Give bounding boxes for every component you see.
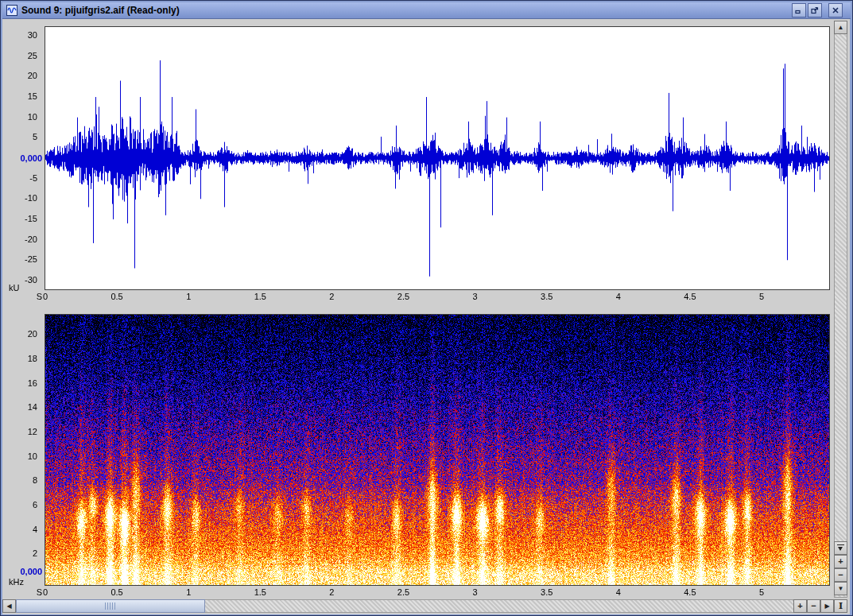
- scroll-left-button[interactable]: ◀: [2, 599, 16, 613]
- sound-window-icon: [6, 5, 17, 16]
- horizontal-scrollbar[interactable]: ◀ + − ▶: [2, 599, 834, 613]
- y-tick-label: 30: [2, 30, 37, 41]
- spectrogram-canvas[interactable]: [45, 314, 830, 586]
- x-tick-label: 0: [43, 587, 48, 598]
- v-zoom-out-button[interactable]: −: [834, 568, 847, 582]
- x-tick-label: 0: [43, 292, 48, 302]
- document-area: 0,000 kU S 0,000 kHz S 00.511.522.533.54…: [2, 19, 850, 614]
- v-zoom-in-button[interactable]: +: [834, 555, 847, 568]
- y-tick-label: 6: [2, 500, 37, 510]
- y-tick-label: 2: [2, 548, 37, 559]
- close-icon: [832, 6, 839, 14]
- waveform-canvas[interactable]: [45, 26, 830, 290]
- up-arrow-icon: ▲: [838, 25, 844, 31]
- y-tick-label: -30: [2, 275, 37, 285]
- h-zoom-out-button[interactable]: −: [807, 599, 820, 613]
- vertical-scrollbar[interactable]: ▲ + − ▼: [834, 21, 847, 598]
- waveform-x-unit-label: S: [2, 292, 42, 302]
- y-tick-label: -15: [2, 214, 37, 224]
- spectrogram-zero-label: 0,000: [2, 567, 42, 577]
- y-tick-label: -10: [2, 193, 37, 203]
- x-tick-label: 0.5: [111, 292, 122, 302]
- zoom-in-icon: +: [797, 602, 802, 610]
- left-arrow-icon: ◀: [6, 603, 11, 610]
- y-tick-label: 15: [2, 91, 37, 102]
- scroll-up-button[interactable]: ▲: [834, 21, 847, 34]
- waveform-zero-label: 0,000: [2, 153, 42, 164]
- right-arrow-icon: ▶: [824, 603, 829, 610]
- spectrogram-x-unit-label: S: [2, 587, 42, 598]
- fit-vertical-button[interactable]: I: [834, 599, 847, 613]
- x-tick-label: 2: [329, 292, 334, 302]
- y-tick-label: 5: [2, 132, 37, 142]
- window-title: Sound 9: pijuifgris2.aif (Read-only): [21, 5, 790, 16]
- y-tick-label: -25: [2, 254, 37, 265]
- x-tick-label: 4: [616, 292, 621, 302]
- horizontal-scrollbar-thumb[interactable]: [16, 599, 205, 613]
- x-tick-label: 1: [186, 292, 191, 302]
- close-button[interactable]: [828, 3, 843, 17]
- y-tick-label: 25: [2, 51, 37, 61]
- x-tick-label: 3: [473, 587, 478, 598]
- scroll-down-button[interactable]: ▼: [834, 582, 847, 595]
- maximize-button[interactable]: [808, 3, 822, 17]
- y-tick-label: 20: [2, 329, 37, 339]
- minimize-button[interactable]: [792, 3, 806, 17]
- zoom-out-icon: −: [838, 571, 843, 579]
- app-window: Sound 9: pijuifgris2.aif (Read-only) 0,0…: [0, 0, 853, 616]
- y-tick-label: 8: [2, 475, 37, 486]
- x-tick-label: 3.5: [541, 292, 553, 302]
- minimize-icon: [795, 6, 803, 14]
- scroll-right-button[interactable]: ▶: [820, 599, 834, 613]
- y-tick-label: 10: [2, 112, 37, 122]
- x-tick-label: 5: [759, 292, 764, 302]
- fit-vertical-icon: I: [839, 602, 843, 610]
- x-tick-label: 3: [473, 292, 478, 302]
- zoom-in-icon: +: [838, 557, 843, 566]
- y-tick-label: -20: [2, 234, 37, 245]
- x-tick-label: 4.5: [684, 292, 696, 302]
- y-tick-label: 18: [2, 354, 37, 364]
- y-tick-label: -5: [2, 173, 37, 184]
- split-pane-icon: [837, 544, 844, 552]
- y-tick-label: 10: [2, 451, 37, 462]
- x-tick-label: 4: [616, 587, 621, 598]
- y-tick-label: 20: [2, 71, 37, 81]
- split-pane-button[interactable]: [834, 541, 847, 555]
- waveform-y-unit-label: kU: [9, 283, 19, 293]
- titlebar[interactable]: Sound 9: pijuifgris2.aif (Read-only): [2, 2, 851, 19]
- x-tick-label: 1: [186, 587, 191, 598]
- y-tick-label: 14: [2, 402, 37, 413]
- x-tick-label: 1.5: [254, 587, 266, 598]
- y-tick-label: 12: [2, 427, 37, 437]
- x-tick-label: 4.5: [684, 587, 696, 598]
- x-tick-label: 0.5: [111, 587, 122, 598]
- x-tick-label: 5: [759, 587, 764, 598]
- x-tick-label: 2.5: [397, 292, 409, 302]
- x-tick-label: 2: [329, 587, 334, 598]
- x-tick-label: 2.5: [397, 587, 409, 598]
- x-tick-label: 1.5: [254, 292, 266, 302]
- y-tick-label: 4: [2, 525, 37, 535]
- x-tick-label: 3.5: [541, 587, 553, 598]
- zoom-out-icon: −: [811, 602, 816, 610]
- h-zoom-in-button[interactable]: +: [793, 599, 807, 613]
- y-tick-label: 16: [2, 378, 37, 389]
- spectrogram-y-unit-label: kHz: [9, 577, 24, 587]
- down-arrow-icon: ▼: [838, 586, 844, 592]
- maximize-icon: [811, 6, 819, 14]
